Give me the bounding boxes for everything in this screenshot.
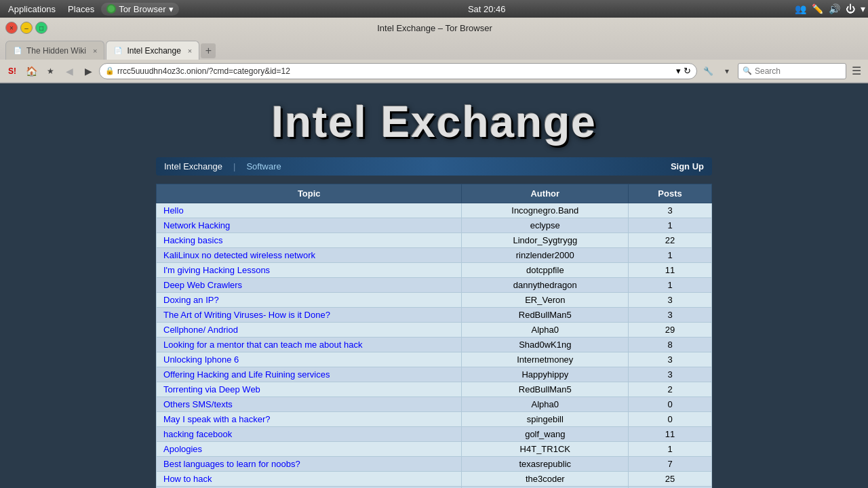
window-controls: × – □ [5, 22, 47, 34]
nav-separator: | [233, 161, 235, 171]
bookmark-button[interactable]: ★ [42, 63, 58, 79]
tor-browser-label: Tor Browser [119, 4, 165, 14]
topic-link[interactable]: Network Hacking [163, 220, 230, 230]
posts-cell: 0 [629, 412, 712, 427]
sidebar-toggle-button[interactable]: S! [4, 63, 20, 79]
tab-intel-exchange[interactable]: 📄 Intel Exchange × [106, 41, 199, 60]
browser-title: Intel Exchange – Tor Browser [47, 23, 822, 33]
edit-icon: ✏️ [812, 3, 823, 14]
topic-link[interactable]: hacking facebook [163, 429, 232, 439]
author-cell: texasrepublic [462, 457, 629, 472]
tab-label-hidden-wiki: The Hidden Wiki [26, 46, 86, 56]
browser-chrome: × – □ Intel Exchange – Tor Browser 📄 The… [0, 18, 868, 83]
header-topic: Topic [157, 184, 462, 203]
system-bar: Applications Places Tor Browser ▾ Sat 20… [0, 0, 868, 18]
tab-favicon-hidden-wiki: 📄 [13, 46, 22, 56]
nav-bar: S! 🏠 ★ ◀ ▶ 🔒 ▾ ↻ 🔧 ▾ 🔍 ☰ [0, 60, 868, 83]
tor-chevron-icon: ▾ [169, 4, 174, 14]
reload-button[interactable]: ↻ [684, 66, 691, 76]
search-input[interactable] [755, 66, 856, 76]
posts-cell: 1 [629, 442, 712, 457]
posts-cell: 25 [629, 472, 712, 487]
site-nav-link-intel-exchange[interactable]: Intel Exchange [164, 161, 222, 171]
nav-filter-icon[interactable]: ▾ [719, 63, 735, 79]
author-cell: Shad0wK1ng [462, 338, 629, 352]
new-tab-button[interactable]: + [201, 43, 216, 58]
topic-link[interactable]: May I speak with a hacker? [163, 414, 271, 424]
topic-link[interactable]: Doxing an IP? [163, 295, 219, 305]
table-row: The Art of Writing Viruses- How is it Do… [157, 308, 712, 323]
table-row: Doxing an IP?ER_Veron3 [157, 293, 712, 308]
nav-addon-icon[interactable]: 🔧 [700, 63, 716, 79]
table-row: Best languages to learn for noobs?texasr… [157, 457, 712, 472]
topic-link[interactable]: Others SMS/texts [163, 399, 233, 409]
browser-menu-button[interactable]: ☰ [849, 63, 864, 79]
site-nav-links: Intel Exchange | Software [164, 161, 281, 171]
author-cell: Lindor_Sygtrygg [462, 233, 629, 248]
topic-link[interactable]: Offering Hacking and Life Ruining servic… [163, 369, 330, 380]
topic-link[interactable]: The Art of Writing Viruses- How is it Do… [163, 310, 330, 320]
page-content: Intel Exchange Intel Exchange | Software… [0, 83, 868, 488]
topic-link[interactable]: KaliLinux no detected wireless network [163, 250, 315, 260]
topic-link[interactable]: Torrenting via Deep Web [163, 384, 260, 394]
applications-menu[interactable]: Applications [3, 3, 61, 16]
table-row: HelloIncognegro.Band3 [157, 203, 712, 218]
search-bar[interactable]: 🔍 [738, 63, 846, 79]
places-menu[interactable]: Places [62, 3, 100, 16]
forward-button[interactable]: ▶ [80, 63, 96, 79]
author-cell: eclypse [462, 218, 629, 233]
table-row: May I speak with a hacker?spingebill0 [157, 412, 712, 427]
author-cell: Happyhippy [462, 367, 629, 382]
header-posts: Posts [629, 184, 712, 203]
posts-cell: 2 [629, 382, 712, 397]
topic-link[interactable]: Hacking basics [163, 235, 222, 245]
topic-link[interactable]: Deep Web Crawlers [163, 280, 242, 290]
tab-close-intel-exchange[interactable]: × [188, 47, 192, 55]
minimize-button[interactable]: – [20, 22, 33, 34]
author-cell: the3coder [462, 472, 629, 487]
posts-cell: 3 [629, 203, 712, 218]
maximize-button[interactable]: □ [35, 22, 47, 34]
system-clock: Sat 20:46 [468, 4, 506, 14]
table-row: Hacking basicsLindor_Sygtrygg22 [157, 233, 712, 248]
site-nav-link-software[interactable]: Software [246, 161, 281, 171]
table-row: I'm giving Hacking Lessonsdotcppfile11 [157, 263, 712, 278]
topic-link[interactable]: Unlocking Iphone 6 [163, 354, 239, 365]
back-button[interactable]: ◀ [61, 63, 77, 79]
topic-link[interactable]: Hello [163, 205, 184, 216]
posts-cell: 1 [629, 248, 712, 263]
table-row: Torrenting via Deep WebRedBullMan52 [157, 382, 712, 397]
table-header-row: Topic Author Posts [157, 184, 712, 203]
posts-cell: 3 [629, 308, 712, 323]
more-icon: ▾ [861, 3, 865, 14]
topic-link[interactable]: Apologies [163, 444, 202, 454]
table-row: Others SMS/textsAlpha00 [157, 397, 712, 412]
topic-link[interactable]: Best languages to learn for noobs? [163, 459, 300, 469]
topic-link[interactable]: Looking for a mentor that can teach me a… [163, 340, 362, 350]
url-input[interactable] [117, 66, 673, 76]
tor-browser-menu[interactable]: Tor Browser ▾ [101, 3, 178, 16]
url-dropdown-icon[interactable]: ▾ [676, 66, 681, 76]
table-row: Network Hackingeclypse1 [157, 218, 712, 233]
url-bar[interactable]: 🔒 ▾ ↻ [99, 63, 697, 79]
posts-cell: 11 [629, 427, 712, 442]
close-button[interactable]: × [5, 22, 18, 34]
volume-icon: 🔊 [829, 3, 840, 14]
tab-hidden-wiki[interactable]: 📄 The Hidden Wiki × [5, 41, 104, 60]
author-cell: RedBullMan5 [462, 382, 629, 397]
tab-close-hidden-wiki[interactable]: × [93, 47, 97, 55]
tab-label-intel-exchange: Intel Exchange [127, 46, 180, 56]
topic-link[interactable]: I'm giving Hacking Lessons [163, 265, 270, 275]
author-cell: spingebill [462, 412, 629, 427]
topic-link[interactable]: Cellphone/ Andriod [163, 325, 238, 335]
home-button[interactable]: 🏠 [23, 63, 39, 79]
posts-cell: 29 [629, 323, 712, 338]
table-row: ApologiesH4T_TR1CK1 [157, 442, 712, 457]
site-nav: Intel Exchange | Software Sign Up [156, 157, 712, 176]
posts-cell: 0 [629, 397, 712, 412]
signup-button[interactable]: Sign Up [671, 161, 704, 171]
header-author: Author [462, 184, 629, 203]
author-cell: Alpha0 [462, 323, 629, 338]
topic-link[interactable]: How to hack [163, 474, 212, 484]
table-row: Cellphone/ AndriodAlpha029 [157, 323, 712, 338]
